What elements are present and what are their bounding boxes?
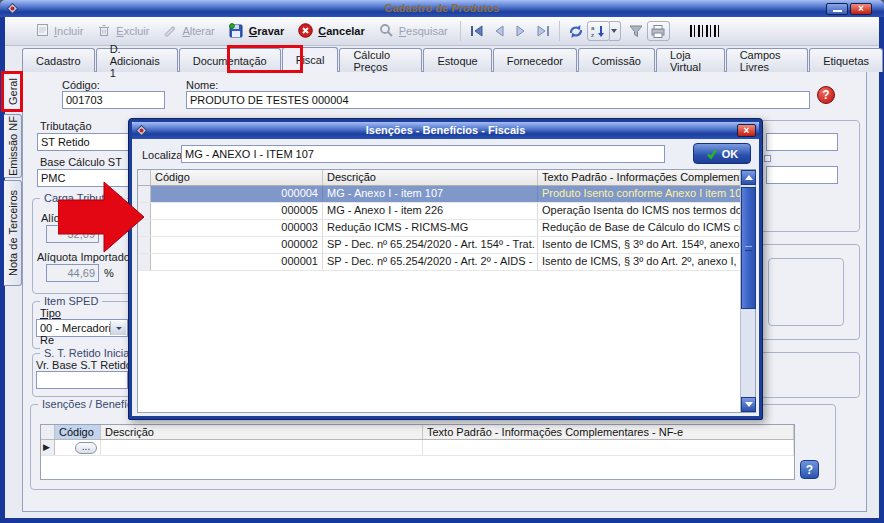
codigo-column-header[interactable]: Código <box>55 425 101 439</box>
tab-cadastro[interactable]: Cadastro <box>22 48 95 72</box>
tab-loja-virtual[interactable]: Loja Virtual <box>656 48 725 72</box>
codigo-label: Código: <box>62 79 100 91</box>
aliquota-nacional-input[interactable]: 32,09 <box>46 225 99 243</box>
isencoes-modal: Isenções - Benefícios - Fiscais × Locali… <box>128 118 763 420</box>
table-row[interactable]: ▶ ... <box>41 440 794 456</box>
window-title: Cadastro de Produtos <box>0 2 884 14</box>
svg-text:z: z <box>591 32 594 38</box>
first-record-button[interactable] <box>466 21 488 41</box>
tab-fornecedor[interactable]: Fornecedor <box>493 48 577 72</box>
filter-button[interactable] <box>625 21 647 41</box>
table-row[interactable]: 000005 MG - Anexo I - item 226 Operação … <box>138 203 755 220</box>
vr-base-st-retido-input[interactable] <box>36 371 128 389</box>
isencoes-grid-header: Código Descrição Texto Padrão - Informaç… <box>41 425 794 440</box>
codigo-cell: 000004 <box>151 186 323 202</box>
background-input-1[interactable] <box>766 133 838 151</box>
new-record-icon <box>36 23 49 39</box>
svg-text:a: a <box>591 25 595 31</box>
help-button-blue[interactable]: ? <box>800 460 819 479</box>
texto-cell: Operação Isenta do ICMS nos termos do it… <box>538 203 755 219</box>
previous-record-button[interactable] <box>488 21 510 41</box>
toolbar-separator <box>559 21 560 41</box>
tab-calculo-precos[interactable]: Cálculo Preços <box>339 48 422 72</box>
texto-cell: Isento de ICMS, § 3º do Art. 2º, anexo I… <box>538 254 755 270</box>
tab-estoque[interactable]: Estoque <box>423 48 491 72</box>
isencoes-grid: Código Descrição Texto Padrão - Informaç… <box>40 424 795 480</box>
descricao-column-header[interactable]: Descrição <box>323 170 538 185</box>
table-row[interactable]: 000001 SP - Dec. nº 65.254/2020 - Art. 2… <box>138 254 755 271</box>
tributacao-label: Tributação <box>40 120 92 132</box>
title-bar: Cadastro de Produtos × <box>0 0 884 17</box>
vr-base-st-retido-label: Vr. Base S.T Retido <box>36 359 132 371</box>
excluir-button[interactable]: Excluir <box>90 20 156 42</box>
tab-d-adicionais-1[interactable]: D. Adicionais 1 <box>96 48 178 72</box>
localizar-input[interactable]: MG - ANEXO I - ITEM 107 <box>181 145 665 163</box>
current-row-marker: ▶ <box>41 440 55 455</box>
side-tab-geral[interactable]: Geral <box>4 72 22 112</box>
modal-close-button[interactable]: × <box>737 124 756 137</box>
texto-cell: Isento de ICMS, § 3º do Art. 154º, anexo… <box>538 237 755 253</box>
tab-comissao[interactable]: Comissão <box>578 48 655 72</box>
minimize-button[interactable] <box>826 3 848 15</box>
scroll-up-button[interactable] <box>741 170 756 185</box>
codigo-cell: 000005 <box>151 203 323 219</box>
cancelar-button[interactable]: Cancelar <box>291 20 371 43</box>
barcode-icon <box>690 25 720 37</box>
texto-padrao-column-header[interactable]: Texto Padrão - Informações Complementare… <box>538 170 755 185</box>
table-row-selected[interactable]: 000004 MG - Anexo I - item 107 Produto I… <box>138 186 755 203</box>
gravar-button[interactable]: Gravar <box>222 20 291 43</box>
alterar-button[interactable]: Alterar <box>156 20 221 42</box>
nome-label: Nome: <box>186 79 218 91</box>
last-record-button[interactable] <box>532 21 554 41</box>
background-input-2[interactable] <box>766 166 838 184</box>
scroll-down-button[interactable] <box>741 397 756 412</box>
descricao-cell: SP - Dec. nº 65.254/2020 - Art. 2º - AID… <box>323 254 538 270</box>
tab-etiquetas[interactable]: Etiquetas <box>809 48 883 72</box>
aliquota-importado-input[interactable]: 44,69 <box>46 264 99 282</box>
tab-documentacao[interactable]: Documentação <box>179 48 281 72</box>
texto-padrao-column-header[interactable]: Texto Padrão - Informações Complementare… <box>423 425 794 439</box>
window-bottom-border <box>0 518 884 523</box>
search-icon <box>379 23 394 40</box>
codigo-column-header[interactable]: Código <box>151 170 323 185</box>
aliquota-nacional-label: Alíquota Nacional <box>41 212 127 224</box>
nome-input[interactable]: PRODUTO DE TESTES 000004 <box>186 91 810 109</box>
close-button[interactable]: × <box>850 3 872 15</box>
last-record-icon <box>534 24 552 38</box>
next-record-icon <box>513 24 529 38</box>
sort-button[interactable]: az <box>587 21 610 41</box>
previous-record-icon <box>491 24 507 38</box>
ok-button[interactable]: OK <box>693 143 751 164</box>
incluir-button[interactable]: Incluir <box>29 20 90 42</box>
item-sped-legend: Item SPED <box>40 295 102 307</box>
help-button-red[interactable]: ? <box>817 86 835 104</box>
descricao-cell: SP - Dec. nº 65.254/2020 - Art. 154º - T… <box>323 237 538 253</box>
table-row[interactable]: 000002 SP - Dec. nº 65.254/2020 - Art. 1… <box>138 237 755 254</box>
tab-campos-livres[interactable]: Campos Livres <box>726 48 808 72</box>
background-checkbox[interactable] <box>764 155 771 162</box>
table-row[interactable]: 000003 Redução ICMS - RICMS-MG Redução d… <box>138 220 755 237</box>
aliquota-importado-label: Alíquota Importado <box>37 251 130 263</box>
codigo-input[interactable]: 001703 <box>62 91 165 109</box>
pesquisar-button[interactable]: Pesquisar <box>372 20 455 43</box>
scrollbar-thumb[interactable] <box>741 187 756 309</box>
descricao-column-header[interactable]: Descrição <box>101 425 423 439</box>
percent-sign: % <box>104 228 114 240</box>
codigo-cell: 000001 <box>151 254 323 270</box>
isencoes-beneficios-legend: Isenções / Benefíc <box>38 398 137 410</box>
sort-options-dropdown[interactable] <box>609 21 621 41</box>
print-button[interactable] <box>647 21 670 41</box>
refresh-button[interactable] <box>565 21 587 41</box>
side-tab-nota-de-terceiros[interactable]: Nota de Terceiros <box>4 180 22 286</box>
side-tab-emissao-nf[interactable]: Emissão NF <box>4 114 22 178</box>
vertical-scrollbar[interactable] <box>740 170 755 412</box>
filter-funnel-icon <box>628 24 644 38</box>
app-window: Cadastro de Produtos × Incluir Excluir A… <box>0 0 884 523</box>
save-floppy-icon <box>229 23 244 40</box>
codigo-cell: 000002 <box>151 237 323 253</box>
tab-fiscal[interactable]: Fiscal <box>282 47 339 72</box>
tipo-select[interactable]: 00 - Mercadoria Re <box>36 319 128 337</box>
lookup-ellipsis-button[interactable]: ... <box>75 442 97 454</box>
next-record-button[interactable] <box>510 21 532 41</box>
descricao-cell: Redução ICMS - RICMS-MG <box>323 220 538 236</box>
